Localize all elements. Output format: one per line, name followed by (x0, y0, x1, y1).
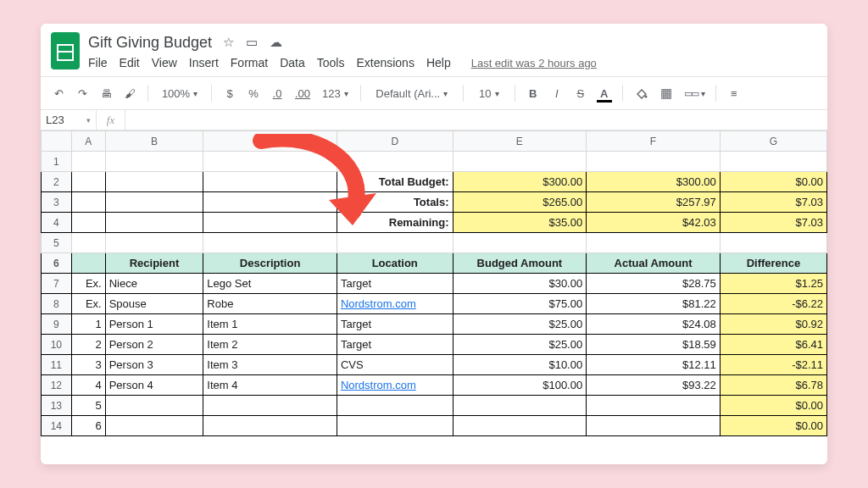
menu-data[interactable]: Data (280, 56, 305, 69)
hdr-recipient[interactable]: Recipient (105, 253, 203, 274)
cell[interactable]: 6 (71, 416, 105, 436)
summary-label[interactable]: Remaining: (337, 213, 453, 233)
hdr-diff[interactable]: Difference (720, 253, 826, 274)
cell[interactable]: $0.00 (720, 396, 826, 416)
summary-actual[interactable]: $257.97 (587, 192, 721, 213)
menu-help[interactable]: Help (426, 56, 451, 69)
row-header[interactable]: 8 (42, 294, 72, 314)
spreadsheet-grid[interactable]: A B C D E F G 12 Total Budget: $300.00 $… (41, 130, 827, 436)
cell[interactable] (587, 233, 721, 253)
col-B[interactable]: B (105, 131, 203, 152)
cell[interactable] (71, 233, 105, 253)
cell[interactable]: 1 (71, 314, 105, 335)
row-header[interactable]: 11 (42, 355, 72, 375)
text-color-button[interactable]: A (595, 82, 614, 104)
cell[interactable] (203, 213, 337, 233)
cell[interactable]: Spouse (105, 294, 203, 314)
redo-button[interactable]: ↷ (73, 82, 92, 104)
decrease-decimal-button[interactable]: .0 (268, 82, 287, 104)
cell[interactable]: $12.11 (587, 355, 721, 375)
cell[interactable] (337, 152, 453, 172)
cell[interactable]: $93.22 (587, 375, 721, 396)
cell[interactable]: $6.41 (720, 335, 826, 355)
name-box[interactable]: L23 (41, 110, 97, 130)
cell[interactable]: $18.59 (587, 335, 721, 355)
italic-button[interactable]: I (548, 82, 566, 104)
cell[interactable] (105, 396, 203, 416)
cell[interactable]: Lego Set (203, 274, 337, 294)
merge-cells-button[interactable]: ▭▭ (681, 82, 707, 104)
row-header[interactable]: 9 (42, 314, 72, 335)
cell[interactable] (587, 396, 721, 416)
cell[interactable]: Item 3 (203, 355, 337, 375)
number-format-dropdown[interactable]: 123 (319, 82, 352, 104)
undo-button[interactable]: ↶ (49, 82, 68, 104)
cell[interactable] (71, 253, 105, 274)
cell[interactable]: Ex. (71, 274, 105, 294)
cell[interactable]: CVS (337, 355, 453, 375)
cell[interactable] (203, 233, 337, 253)
cell[interactable] (71, 192, 105, 213)
menu-insert[interactable]: Insert (189, 56, 219, 69)
print-button[interactable]: 🖶 (97, 82, 115, 104)
cell[interactable] (587, 152, 721, 172)
cell[interactable]: $28.75 (587, 274, 721, 294)
cell[interactable]: Ex. (71, 294, 105, 314)
cell[interactable]: -$2.11 (720, 355, 826, 375)
row-header[interactable]: 2 (42, 172, 72, 192)
formula-input[interactable] (125, 110, 827, 130)
cell[interactable] (203, 192, 337, 213)
summary-label[interactable]: Totals: (337, 192, 453, 213)
menu-view[interactable]: View (152, 56, 177, 69)
cell[interactable] (105, 233, 203, 253)
move-icon[interactable]: ▭ (244, 35, 259, 50)
font-size-dropdown[interactable]: 10 (472, 82, 506, 104)
summary-label[interactable]: Total Budget: (337, 172, 453, 192)
cell[interactable]: $24.08 (587, 314, 721, 335)
row-header[interactable]: 13 (42, 396, 72, 416)
cell[interactable] (337, 416, 453, 436)
increase-decimal-button[interactable]: .00 (292, 82, 314, 104)
cell[interactable] (203, 416, 337, 436)
col-F[interactable]: F (587, 131, 721, 152)
menu-extensions[interactable]: Extensions (356, 56, 414, 69)
cell[interactable] (453, 233, 587, 253)
cell[interactable]: $1.25 (720, 274, 826, 294)
cell[interactable] (337, 233, 453, 253)
cell[interactable] (453, 396, 587, 416)
cell[interactable] (71, 172, 105, 192)
strikethrough-button[interactable]: S (571, 82, 590, 104)
format-currency-button[interactable]: $ (220, 82, 239, 104)
col-G[interactable]: G (720, 131, 826, 152)
col-A[interactable]: A (71, 131, 105, 152)
cell[interactable] (720, 152, 826, 172)
cell[interactable]: $6.78 (720, 375, 826, 396)
row-header[interactable]: 6 (42, 253, 72, 274)
cell[interactable]: 5 (71, 396, 105, 416)
cell[interactable]: $25.00 (453, 314, 587, 335)
cell[interactable]: Robe (203, 294, 337, 314)
column-header-row[interactable]: A B C D E F G (42, 131, 827, 152)
row-header[interactable]: 4 (42, 213, 72, 233)
cell[interactable] (337, 396, 453, 416)
col-E[interactable]: E (453, 131, 587, 152)
cell[interactable]: 4 (71, 375, 105, 396)
format-percent-button[interactable]: % (244, 82, 263, 104)
cell[interactable]: -$6.22 (720, 294, 826, 314)
menu-file[interactable]: File (88, 56, 108, 69)
borders-button[interactable]: ▦ (657, 82, 676, 104)
summary-budget[interactable]: $265.00 (453, 192, 587, 213)
cell[interactable]: Item 1 (203, 314, 337, 335)
col-C[interactable]: C (203, 131, 337, 152)
summary-diff[interactable]: $7.03 (720, 192, 826, 213)
cell[interactable] (203, 172, 337, 192)
hdr-location[interactable]: Location (337, 253, 453, 274)
cell[interactable] (71, 213, 105, 233)
paint-format-button[interactable]: 🖌 (120, 82, 139, 104)
cell[interactable]: $0.92 (720, 314, 826, 335)
select-all-corner[interactable] (42, 131, 72, 152)
star-icon[interactable]: ☆ (220, 35, 236, 50)
cell[interactable]: Person 4 (105, 375, 203, 396)
row-header[interactable]: 14 (42, 416, 72, 436)
cell[interactable]: Person 2 (105, 335, 203, 355)
